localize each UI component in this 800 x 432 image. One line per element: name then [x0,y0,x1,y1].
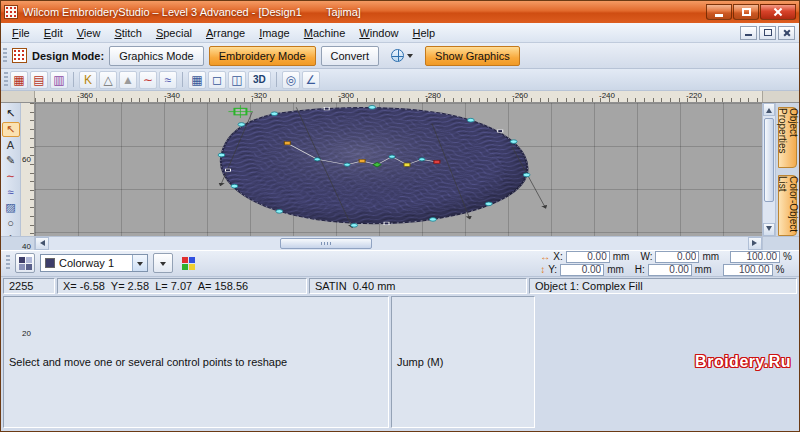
run-stitch-icon[interactable]: ∼ [139,71,157,89]
measure-icon[interactable]: ∠ [302,71,320,89]
arrow-left-icon [37,240,45,246]
colorway-editor-button[interactable] [15,253,35,273]
tab-object-properties[interactable]: Object Properties [778,107,797,168]
y-unit: mm [607,264,624,275]
close-icon [773,7,783,17]
outline-tool[interactable]: ○ [2,216,20,230]
mdi-close-button[interactable] [778,26,795,40]
colorway-swatch [45,258,55,268]
x-unit: mm [613,251,630,262]
app-window: Wilcom EmbroideryStudio – Level 3 Advanc… [0,0,800,432]
dropdown-button[interactable] [132,255,147,271]
vertical-scrollbar[interactable] [762,103,775,236]
vertical-ruler: 60 40 20 [21,103,35,236]
motif-fill-icon[interactable]: ▥ [50,71,68,89]
menu-arrange[interactable]: Arrange [199,25,252,41]
horizontal-ruler: -360 -340 -320 -300 -280 -260 -240 -220 [35,91,762,102]
menu-image[interactable]: Image [252,25,297,41]
hscroll-thumb[interactable] [280,238,372,249]
reshape-tool[interactable]: ↖ [2,122,20,137]
selected-object-info: Object 1: Complex Fill [529,278,797,294]
satin-tool[interactable]: ≈ [2,185,20,199]
y-label: Y: [548,264,557,275]
mixing-palette-button[interactable] [178,253,198,273]
maximize-button[interactable] [733,4,759,20]
graphics-mode-button[interactable]: Graphics Mode [109,46,204,66]
show-graphics-button[interactable]: Show Graphics [425,46,520,66]
grid-settings-icon[interactable]: ▦ [188,71,206,89]
close-button[interactable] [760,4,796,20]
colorway-toolbar: Colorway 1 ↔ X: mm W: mm % ↕ Y: [1,250,799,277]
menu-help[interactable]: Help [405,25,442,41]
menu-edit[interactable]: Edit [37,25,70,41]
hoop-globe-dropdown[interactable] [384,46,420,66]
scroll-left-button[interactable] [35,237,49,250]
menu-window[interactable]: Window [352,25,405,41]
sculpt-run-icon[interactable]: ≈ [159,71,177,89]
hoop-icon[interactable]: ◻ [208,71,226,89]
scale-x-unit: % [783,251,792,262]
3d-view-button[interactable]: 3D [248,71,271,89]
menu-special[interactable]: Special [149,25,199,41]
colorway-selected-label: Colorway 1 [59,257,114,269]
colorway-select[interactable]: Colorway 1 [40,254,148,272]
pen-tool[interactable]: ✎ [2,153,20,168]
menu-file[interactable]: File [5,25,37,41]
scroll-right-button[interactable] [748,237,762,250]
triangle-solid-icon[interactable]: ▲ [119,71,137,89]
run-tool[interactable]: ∼ [2,169,20,184]
w-unit: mm [702,251,719,262]
width-field[interactable] [655,251,699,263]
mdi-minimize-icon [745,34,752,36]
maximize-icon [742,8,751,16]
minimize-button[interactable] [706,4,732,20]
pointer-coordinates: X= -6.58 Y= 2.58 L= 7.07 A= 158.56 [57,278,307,294]
toolbar-separator [276,72,277,87]
height-field[interactable] [648,264,692,276]
digitize-open-icon[interactable]: K [79,71,97,89]
thread-colors-dropdown[interactable] [153,253,173,273]
x-position-field[interactable] [566,251,610,263]
scroll-up-button[interactable] [763,103,775,116]
prompt-text: Select and move one or several control p… [3,296,389,429]
ruler-corner [1,91,35,102]
menu-machine[interactable]: Machine [297,25,353,41]
design-mode-toolbar: Design Mode: Graphics Mode Embroidery Mo… [1,43,799,69]
arrow-right-icon [752,240,760,246]
scroll-down-button[interactable] [763,223,775,236]
toolbar-separator [73,72,74,87]
tab-color-object-list[interactable]: Color-Object List [778,175,797,236]
toolbox: ↖ ↖ A ✎ ∼ ≈ ▨ ○ ◇ ∷ ↕ [1,103,21,236]
mdi-minimize-button[interactable] [740,26,757,40]
ruler-label: -360 [77,91,93,100]
object-start-anchor[interactable] [228,105,252,118]
pattern-run-icon[interactable]: ▦ [10,71,28,89]
scale-x-field[interactable] [730,251,780,263]
mdi-close-icon [783,29,791,37]
y-position-field[interactable] [560,264,604,276]
embroidery-mode-button[interactable]: Embroidery Mode [209,46,316,66]
hscroll-track[interactable] [49,237,748,250]
embroidery-object[interactable] [221,103,528,233]
convert-button[interactable]: Convert [321,46,380,66]
drag-handle[interactable] [6,255,10,271]
drag-handle[interactable] [4,72,8,88]
design-canvas[interactable] [35,103,762,236]
scale-y-field[interactable] [723,264,773,276]
triangle-open-icon[interactable]: △ [99,71,117,89]
vscroll-track[interactable] [763,116,775,223]
vscroll-thumb[interactable] [764,118,774,202]
mdi-restore-button[interactable] [759,26,776,40]
toolbar-separator [182,72,183,87]
menu-view[interactable]: View [70,25,108,41]
fill-tool[interactable]: ▨ [2,200,20,215]
colorway-grid-icon [19,257,32,270]
zoom-box-icon[interactable]: ◎ [282,71,300,89]
menu-stitch[interactable]: Stitch [107,25,149,41]
pattern-fill-icon[interactable]: ▤ [30,71,48,89]
drag-handle[interactable] [3,48,7,64]
select-tool[interactable]: ↖ [2,106,20,121]
menu-bar: File Edit View Stitch Special Arrange Im… [1,23,799,43]
overview-window-icon[interactable]: ◫ [228,71,246,89]
lettering-tool[interactable]: A [2,138,20,152]
